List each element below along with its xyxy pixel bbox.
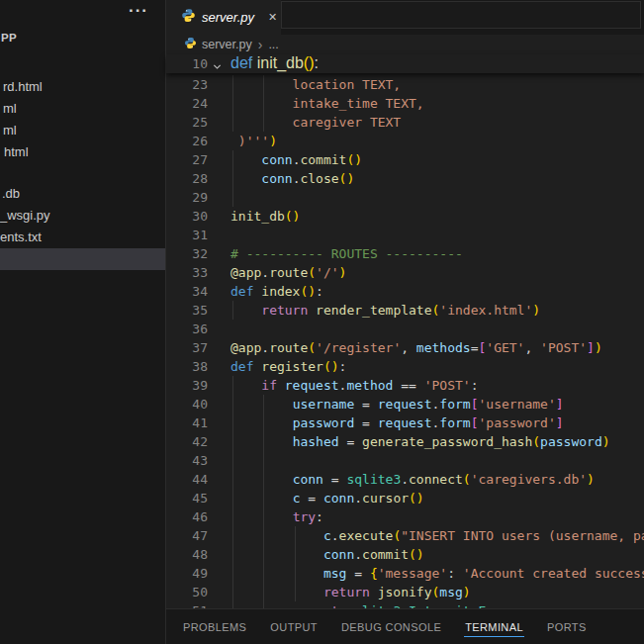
line-number[interactable]: 47 — [166, 526, 208, 545]
code-token: commit — [300, 152, 346, 167]
code-token: form — [439, 397, 470, 412]
explorer-section-header[interactable]: PP — [1, 32, 17, 44]
code-line[interactable]: 28 conn.close() — [166, 169, 644, 188]
code-line[interactable]: 35 return render_template('index.html') — [166, 301, 644, 320]
line-number[interactable]: 42 — [166, 432, 208, 451]
code-line[interactable]: 33@app.route('/') — [166, 263, 644, 282]
code-line[interactable]: 39 if request.method == 'POST': — [166, 376, 644, 395]
chevron-down-fold-icon[interactable] — [212, 58, 223, 76]
line-number[interactable]: 35 — [166, 301, 208, 320]
code-line[interactable]: 23 location TEXT, — [166, 75, 644, 94]
panel-tab-problems[interactable]: PROBLEMS — [182, 617, 247, 637]
line-number[interactable]: 50 — [166, 583, 208, 601]
panel-tab-output[interactable]: OUTPUT — [269, 617, 319, 637]
code-token: : — [339, 359, 347, 374]
code-line[interactable]: 51 except sqlite3.IntegrityError: — [166, 601, 644, 608]
code-text: caregiver TEXT — [230, 113, 401, 132]
code-editor[interactable]: 23 location TEXT,24 intake_time TEXT,25 … — [166, 73, 644, 608]
line-number[interactable]: 46 — [166, 507, 208, 526]
breadcrumb-symbol-more[interactable]: ... — [268, 38, 278, 51]
code-line[interactable]: 49 msg = {'message': 'Account created su… — [166, 564, 644, 583]
code-line[interactable]: 38def register(): — [166, 357, 644, 376]
tab-bar: server.py ✕ — [166, 0, 644, 35]
explorer-file-item[interactable]: .db — [2, 183, 20, 205]
code-line[interactable]: 36 — [166, 320, 644, 338]
code-line[interactable]: 26 )''') — [166, 132, 644, 150]
explorer-file-item[interactable]: _wsgi.py — [0, 205, 50, 227]
code-line[interactable]: 24 intake_time TEXT, — [166, 94, 644, 113]
explorer-file-item[interactable]: html — [4, 141, 29, 163]
code-line[interactable]: 45 c = conn.cursor() — [166, 489, 644, 507]
line-number[interactable]: 41 — [166, 414, 208, 432]
line-number[interactable]: 40 — [166, 395, 208, 414]
code-token: '/register' — [316, 340, 401, 355]
code-token: request — [378, 415, 432, 430]
code-token — [230, 528, 323, 543]
explorer-more-actions-icon[interactable]: ··· — [129, 1, 148, 21]
panel-tab-debug-console[interactable]: DEBUG CONSOLE — [340, 617, 442, 637]
code-line[interactable]: 43 — [166, 451, 644, 470]
line-number[interactable]: 27 — [166, 150, 208, 169]
code-line[interactable]: 46 try: — [166, 507, 644, 526]
code-line[interactable]: 29 — [166, 188, 644, 207]
line-number[interactable]: 33 — [166, 263, 208, 282]
code-line[interactable]: 37@app.route('/register', methods=['GET'… — [166, 338, 644, 357]
code-text: location TEXT, — [230, 75, 401, 94]
code-token: 'Account created successfu — [463, 566, 644, 581]
line-number[interactable]: 34 — [166, 282, 208, 301]
code-line[interactable]: 41 password = request.form['password'] — [166, 414, 644, 432]
explorer-file-item[interactable]: ml — [3, 98, 17, 120]
code-line[interactable]: 42 hashed = generate_password_hash(passw… — [166, 432, 644, 451]
code-line[interactable]: 48 conn.commit() — [166, 545, 644, 564]
line-number[interactable]: 43 — [166, 451, 208, 470]
line-number[interactable]: 51 — [166, 601, 208, 608]
line-number[interactable]: 24 — [166, 94, 208, 113]
line-number[interactable]: 25 — [166, 113, 208, 132]
code-token — [230, 491, 293, 506]
code-token: username — [293, 397, 355, 412]
breadcrumb[interactable]: server.py › ... — [166, 35, 644, 54]
code-line[interactable]: 32# ---------- ROUTES ---------- — [166, 244, 644, 263]
line-number[interactable]: 36 — [166, 320, 208, 338]
explorer-selected-row[interactable] — [0, 248, 165, 270]
line-number[interactable]: 28 — [166, 169, 208, 188]
sticky-scroll-line[interactable]: 10 def init_db(): — [166, 54, 644, 73]
code-line[interactable]: 40 username = request.form['username'] — [166, 395, 644, 414]
line-number[interactable]: 29 — [166, 188, 208, 207]
explorer-file-item[interactable]: ml — [3, 120, 17, 141]
code-line[interactable]: 30init_db() — [166, 207, 644, 226]
line-number[interactable]: 32 — [166, 244, 208, 263]
code-line[interactable]: 31 — [166, 226, 644, 244]
code-text: intake_time TEXT, — [230, 94, 424, 113]
line-number[interactable]: 37 — [166, 338, 208, 357]
panel-tab-ports[interactable]: PORTS — [546, 617, 588, 637]
code-token: () — [409, 547, 424, 562]
code-line[interactable]: 27 conn.commit() — [166, 150, 644, 169]
line-number[interactable]: 39 — [166, 376, 208, 395]
code-token: "INSERT INTO users (username, passw — [401, 528, 644, 543]
line-number[interactable]: 44 — [166, 470, 208, 489]
code-text: c.execute("INSERT INTO users (username, … — [230, 526, 644, 545]
line-number[interactable]: 23 — [166, 75, 208, 94]
panel-tab-terminal[interactable]: TERMINAL — [464, 617, 524, 637]
code-token — [230, 472, 293, 487]
explorer-file-item[interactable]: rd.html — [3, 76, 43, 98]
code-token: ) — [339, 265, 347, 280]
code-token: methods — [416, 340, 471, 355]
tab-server-py[interactable]: server.py ✕ — [166, 0, 281, 35]
line-number[interactable]: 30 — [166, 207, 208, 226]
line-number[interactable]: 26 — [166, 132, 208, 150]
line-number[interactable]: 49 — [166, 564, 208, 583]
line-number[interactable]: 31 — [166, 226, 208, 244]
code-line[interactable]: 44 conn = sqlite3.connect('caregivers.db… — [166, 470, 644, 489]
code-line[interactable]: 34def index(): — [166, 282, 644, 301]
line-number[interactable]: 45 — [166, 489, 208, 507]
code-line[interactable]: 25 caregiver TEXT — [166, 113, 644, 132]
line-number[interactable]: 48 — [166, 545, 208, 564]
code-line[interactable]: 50 return jsonify(msg) — [166, 583, 644, 601]
code-line[interactable]: 47 c.execute("INSERT INTO users (usernam… — [166, 526, 644, 545]
explorer-file-item[interactable]: ents.txt — [0, 227, 42, 248]
tab-close-icon[interactable]: ✕ — [268, 11, 277, 24]
breadcrumb-file[interactable]: server.py — [202, 38, 252, 51]
line-number[interactable]: 38 — [166, 357, 208, 376]
